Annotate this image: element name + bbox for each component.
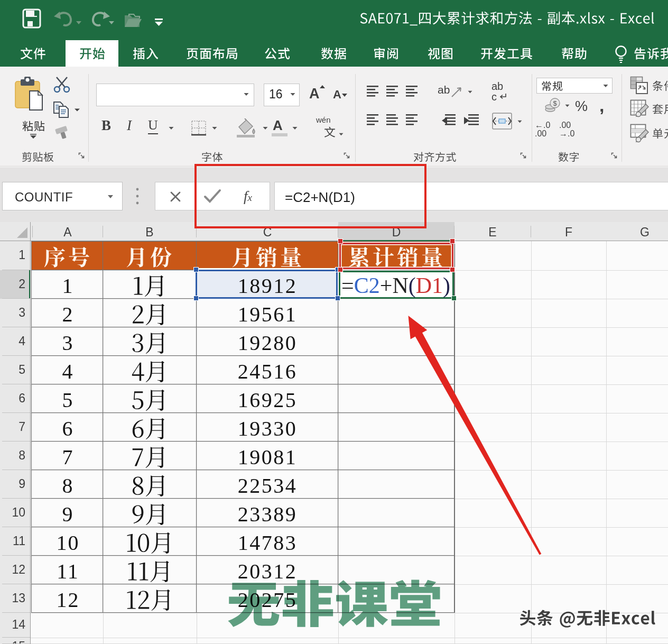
svg-text:$: $ xyxy=(553,99,557,107)
